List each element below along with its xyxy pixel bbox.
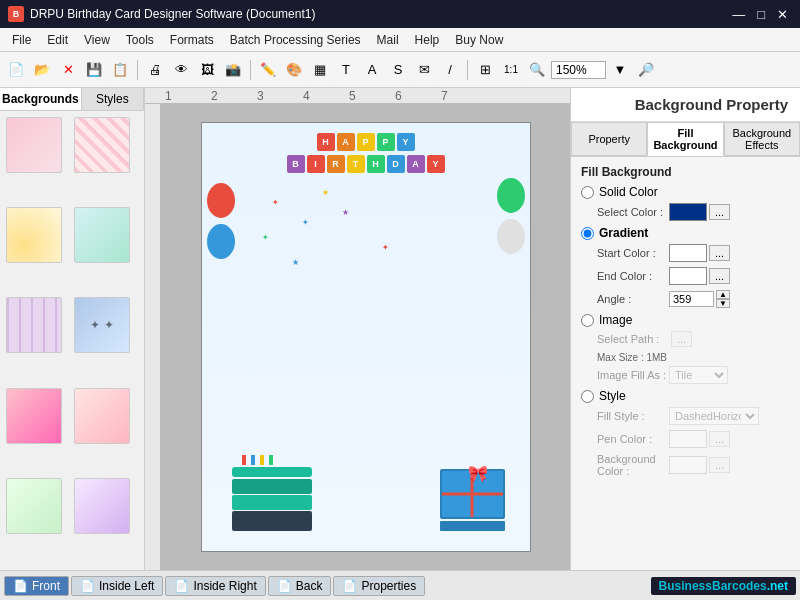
style-radio[interactable] xyxy=(581,390,594,403)
start-color-box[interactable] xyxy=(669,244,707,262)
main-area: Backgrounds Styles ✦ ✦ 1 2 3 4 5 6 7 xyxy=(0,88,800,570)
image-label: Image xyxy=(599,313,632,327)
left-panel: Backgrounds Styles ✦ ✦ xyxy=(0,88,145,570)
end-color-row: End Color : ... xyxy=(581,267,790,285)
window-controls[interactable]: — □ ✕ xyxy=(728,7,792,22)
list-item[interactable] xyxy=(6,478,62,534)
copy-button[interactable]: 📋 xyxy=(108,58,132,82)
select-path-browse[interactable]: ... xyxy=(671,331,692,347)
close-button-tb[interactable]: ✕ xyxy=(56,58,80,82)
select-path-label: Select Path : xyxy=(597,333,669,345)
email-button[interactable]: ✉ xyxy=(412,58,436,82)
image-fill-as-label: Image Fill As : xyxy=(597,369,669,381)
menu-view[interactable]: View xyxy=(76,31,118,49)
tab-background-effects[interactable]: Background Effects xyxy=(724,122,800,156)
solid-color-box[interactable] xyxy=(669,203,707,221)
menu-batch[interactable]: Batch Processing Series xyxy=(222,31,369,49)
tab-properties[interactable]: 📄 Properties xyxy=(333,576,425,596)
menu-formats[interactable]: Formats xyxy=(162,31,222,49)
card-canvas[interactable]: H A P P Y B I R T xyxy=(161,104,570,570)
gradient-radio-row[interactable]: Gradient xyxy=(581,226,790,240)
line-button[interactable]: / xyxy=(438,58,462,82)
back-icon: 📄 xyxy=(277,579,292,593)
right-panel: Background Property Property Fill Backgr… xyxy=(570,88,800,570)
list-item[interactable] xyxy=(6,117,62,173)
tab-front-label: Front xyxy=(32,579,60,593)
end-color-label: End Color : xyxy=(597,270,669,282)
maximize-button[interactable]: □ xyxy=(753,7,769,22)
text-button[interactable]: T xyxy=(334,58,358,82)
open-button[interactable]: 📂 xyxy=(30,58,54,82)
fill-style-select[interactable]: DashedHorizontal xyxy=(669,407,759,425)
end-color-browse[interactable]: ... xyxy=(709,268,730,284)
image-radio-row[interactable]: Image xyxy=(581,313,790,327)
print-button[interactable]: 🖨 xyxy=(143,58,167,82)
minimize-button[interactable]: — xyxy=(728,7,749,22)
tab-inside-left[interactable]: 📄 Inside Left xyxy=(71,576,163,596)
tab-backgrounds[interactable]: Backgrounds xyxy=(0,88,82,110)
zoom-input[interactable] xyxy=(551,61,606,79)
select-path-row: Select Path : ... xyxy=(581,331,790,347)
start-color-browse[interactable]: ... xyxy=(709,245,730,261)
list-item[interactable]: ✦ ✦ xyxy=(74,297,130,353)
list-item[interactable] xyxy=(74,117,130,173)
list-item[interactable] xyxy=(6,297,62,353)
new-button[interactable]: 📄 xyxy=(4,58,28,82)
pen-color-box[interactable] xyxy=(669,430,707,448)
fill-style-label: Fill Style : xyxy=(597,410,669,422)
tab-property[interactable]: Property xyxy=(571,122,647,156)
shape-button[interactable]: S xyxy=(386,58,410,82)
status-tabs: 📄 Front 📄 Inside Left 📄 Inside Right 📄 B… xyxy=(4,576,425,596)
menu-buynow[interactable]: Buy Now xyxy=(447,31,511,49)
zoomin-button[interactable]: 🔍 xyxy=(525,58,549,82)
menu-help[interactable]: Help xyxy=(407,31,448,49)
image-fill-as-select[interactable]: Tile Stretch Center xyxy=(669,366,728,384)
pen-button[interactable]: ✏️ xyxy=(256,58,280,82)
bg-color-browse[interactable]: ... xyxy=(709,457,730,473)
inside-right-icon: 📄 xyxy=(174,579,189,593)
preview-button[interactable]: 👁 xyxy=(169,58,193,82)
tab-back[interactable]: 📄 Back xyxy=(268,576,332,596)
zoomout-button[interactable]: 🔎 xyxy=(634,58,658,82)
gradient-radio[interactable] xyxy=(581,227,594,240)
photo-button[interactable]: 📸 xyxy=(221,58,245,82)
grid-button[interactable]: ⊞ xyxy=(473,58,497,82)
list-item[interactable] xyxy=(74,388,130,444)
list-item[interactable] xyxy=(74,207,130,263)
angle-spinner[interactable]: ▲ ▼ xyxy=(716,290,730,308)
tab-inside-left-label: Inside Left xyxy=(99,579,154,593)
menu-mail[interactable]: Mail xyxy=(369,31,407,49)
list-item[interactable] xyxy=(74,478,130,534)
image-radio[interactable] xyxy=(581,314,594,327)
solid-color-radio-row[interactable]: Solid Color xyxy=(581,185,790,199)
zoom-dropdown-btn[interactable]: ▼ xyxy=(608,58,632,82)
angle-up[interactable]: ▲ xyxy=(716,290,730,299)
menu-edit[interactable]: Edit xyxy=(39,31,76,49)
angle-input[interactable] xyxy=(669,291,714,307)
text2-button[interactable]: A xyxy=(360,58,384,82)
tab-styles[interactable]: Styles xyxy=(82,88,144,110)
ratio-button[interactable]: 1:1 xyxy=(499,58,523,82)
end-color-box[interactable] xyxy=(669,267,707,285)
solid-color-browse[interactable]: ... xyxy=(709,204,730,220)
tab-front[interactable]: 📄 Front xyxy=(4,576,69,596)
tab-properties-label: Properties xyxy=(361,579,416,593)
bg-color-box[interactable] xyxy=(669,456,707,474)
close-button[interactable]: ✕ xyxy=(773,7,792,22)
color-button[interactable]: 🎨 xyxy=(282,58,306,82)
tab-inside-right-label: Inside Right xyxy=(193,579,256,593)
tab-inside-right[interactable]: 📄 Inside Right xyxy=(165,576,265,596)
angle-down[interactable]: ▼ xyxy=(716,299,730,308)
solid-color-radio[interactable] xyxy=(581,186,594,199)
style-radio-row[interactable]: Style xyxy=(581,389,790,403)
backgrounds-grid: ✦ ✦ xyxy=(0,111,144,570)
save-button[interactable]: 💾 xyxy=(82,58,106,82)
pen-color-browse[interactable]: ... xyxy=(709,431,730,447)
menu-file[interactable]: File xyxy=(4,31,39,49)
menu-tools[interactable]: Tools xyxy=(118,31,162,49)
image-button[interactable]: 🖼 xyxy=(195,58,219,82)
barcode-button[interactable]: ▦ xyxy=(308,58,332,82)
tab-fill-background[interactable]: Fill Background xyxy=(647,122,723,156)
list-item[interactable] xyxy=(6,388,62,444)
list-item[interactable] xyxy=(6,207,62,263)
